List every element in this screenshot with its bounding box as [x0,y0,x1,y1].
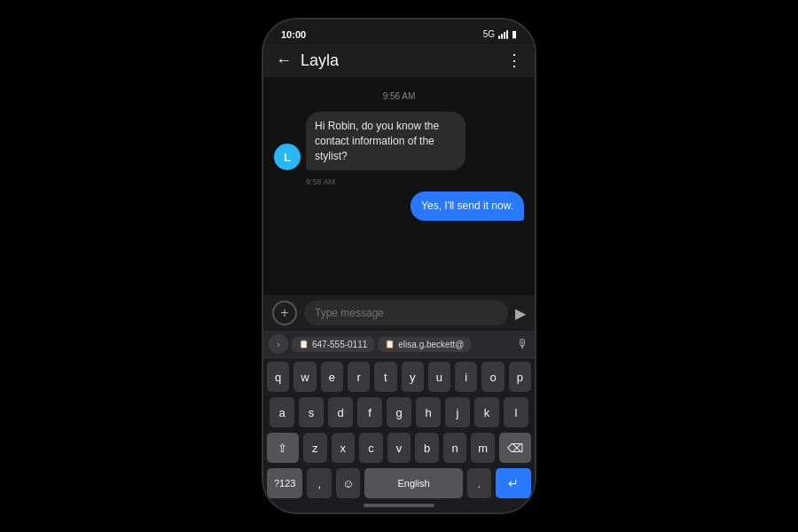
key-s[interactable]: s [299,397,324,427]
key-m[interactable]: m [471,433,495,463]
period-key[interactable]: . [467,468,492,498]
battery-icon: ▮ [512,28,517,40]
keyboard: › 📋 647-555-0111 📋 elisa.g.beckett@ 🎙 q … [263,331,535,500]
key-x[interactable]: x [332,433,356,463]
key-row-1: q w e r t y u i o p [267,362,531,392]
delete-key[interactable]: ⌫ [499,433,531,463]
send-button[interactable]: ▶ [515,305,526,322]
emoji-key[interactable]: ☺ [336,468,361,498]
bottom-bar [263,500,535,512]
key-row-4: ?123 , ☺ English . ↵ [267,468,531,498]
key-f[interactable]: f [357,397,382,427]
incoming-time: 9:56 AM [306,177,524,186]
suggestion-email[interactable]: 📋 elisa.g.beckett@ [378,337,471,352]
key-z[interactable]: z [303,433,327,463]
chat-title: Layla [301,51,497,70]
key-y[interactable]: y [402,362,424,392]
chat-area: 9:56 AM L Hi Robin, do you know the cont… [263,77,535,295]
key-n[interactable]: n [443,433,467,463]
message-input-bar: + ▶ [263,295,535,331]
message-input[interactable] [304,301,508,325]
status-bar: 10:00 5G ▮ [263,20,535,43]
key-rows: q w e r t y u i o p a s d f g h j k [263,358,535,500]
suggestion-bar: › 📋 647-555-0111 📋 elisa.g.beckett@ 🎙 [263,331,535,358]
phone-frame: 10:00 5G ▮ ← Layla ⋮ 9:56 AM L Hi Robin,… [262,18,536,514]
key-p[interactable]: p [509,362,531,392]
home-indicator [364,504,434,507]
key-i[interactable]: i [455,362,477,392]
key-l[interactable]: l [504,397,528,427]
app-bar: ← Layla ⋮ [263,43,535,77]
enter-key[interactable]: ↵ [496,468,531,498]
space-key[interactable]: English [364,468,462,498]
key-e[interactable]: e [321,362,343,392]
outgoing-bubble: Yes, I'll send it now. [411,192,524,221]
key-v[interactable]: v [387,433,411,463]
mic-button[interactable]: 🎙 [517,337,529,351]
back-button[interactable]: ← [276,51,292,70]
incoming-message-row: L Hi Robin, do you know the contact info… [274,112,524,170]
key-q[interactable]: q [267,362,289,392]
key-a[interactable]: a [270,397,294,427]
attach-button[interactable]: + [272,301,297,325]
key-w[interactable]: w [293,362,316,392]
status-icons: 5G ▮ [483,28,517,40]
key-t[interactable]: t [374,362,396,392]
chat-time-label: 9:56 AM [274,91,524,101]
key-g[interactable]: g [387,397,411,427]
key-row-3: ⇧ z x c v b n m ⌫ [267,433,531,463]
signal-icon [498,30,508,39]
expand-suggestions-button[interactable]: › [269,334,288,354]
key-d[interactable]: d [328,397,353,427]
more-options-button[interactable]: ⋮ [506,51,522,70]
key-k[interactable]: k [474,397,499,427]
shift-key[interactable]: ⇧ [267,433,299,463]
incoming-bubble: Hi Robin, do you know the contact inform… [306,112,466,170]
key-h[interactable]: h [416,397,441,427]
outgoing-message-row: Yes, I'll send it now. [274,192,524,221]
key-c[interactable]: c [359,433,383,463]
clock: 10:00 [281,29,306,40]
key-u[interactable]: u [428,362,450,392]
avatar: L [274,144,301,170]
key-j[interactable]: j [445,397,470,427]
key-o[interactable]: o [481,362,504,392]
key-b[interactable]: b [415,433,439,463]
key-r[interactable]: r [348,362,370,392]
key-row-2: a s d f g h j k l [267,397,531,427]
num-key[interactable]: ?123 [267,468,302,498]
suggestion-phone[interactable]: 📋 647-555-0111 [292,337,374,352]
comma-key[interactable]: , [307,468,332,498]
network-label: 5G [483,29,495,39]
